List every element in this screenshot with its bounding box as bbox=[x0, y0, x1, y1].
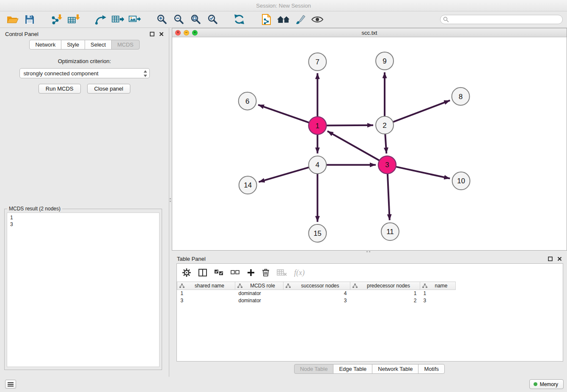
svg-text:1: 1 bbox=[316, 122, 319, 130]
apply-style-button[interactable] bbox=[292, 13, 309, 27]
tab-network[interactable]: Network bbox=[29, 40, 61, 50]
svg-text:11: 11 bbox=[386, 228, 394, 236]
tab-node-table[interactable]: Node Table bbox=[294, 364, 334, 374]
table-cell[interactable]: 4 bbox=[284, 290, 350, 297]
refresh-network-button[interactable] bbox=[231, 13, 248, 27]
tab-edge-table[interactable]: Edge Table bbox=[333, 364, 372, 374]
edge-3-10[interactable] bbox=[387, 165, 450, 178]
run-mcds-button[interactable]: Run MCDS bbox=[39, 84, 81, 94]
node-14[interactable]: 14 bbox=[239, 176, 257, 194]
tab-mcds[interactable]: MCDS bbox=[111, 40, 139, 50]
mcds-result-list[interactable]: 13 bbox=[7, 213, 160, 367]
import-table-button[interactable] bbox=[65, 13, 82, 27]
table-panel-header: Table Panel bbox=[172, 253, 567, 265]
float-table-panel-icon[interactable] bbox=[548, 257, 553, 261]
table-cell[interactable]: 2 bbox=[350, 297, 420, 304]
open-file-button[interactable] bbox=[4, 13, 21, 27]
zoom-fit-button[interactable] bbox=[187, 13, 204, 27]
node-10[interactable]: 10 bbox=[452, 172, 470, 190]
table-row[interactable]: 3dominator323 bbox=[177, 297, 456, 304]
table-cell[interactable]: 1 bbox=[350, 290, 420, 297]
table-cell[interactable]: dominator bbox=[235, 290, 284, 297]
node-1[interactable]: 1 bbox=[308, 117, 326, 135]
svg-text:4: 4 bbox=[316, 161, 319, 169]
memory-status-dot bbox=[534, 382, 537, 386]
node-7[interactable]: 7 bbox=[308, 53, 326, 71]
export-table-button[interactable] bbox=[109, 13, 126, 27]
table-settings-button[interactable] bbox=[182, 268, 191, 277]
export-image-button[interactable] bbox=[126, 13, 143, 27]
zoom-in-button[interactable] bbox=[153, 13, 170, 27]
automation-panel-button[interactable] bbox=[5, 380, 16, 389]
select-all-button[interactable] bbox=[214, 269, 223, 276]
open-session-page-button[interactable] bbox=[258, 13, 275, 27]
deselect-all-button[interactable] bbox=[231, 269, 240, 276]
home-network-button[interactable] bbox=[275, 13, 292, 27]
node-4[interactable]: 4 bbox=[308, 156, 326, 174]
home-icon bbox=[276, 14, 291, 25]
edge-3-1[interactable] bbox=[328, 131, 387, 165]
memory-label: Memory bbox=[540, 381, 558, 387]
svg-text:15: 15 bbox=[314, 229, 322, 237]
edge-1-6[interactable] bbox=[258, 105, 317, 126]
add-column-button[interactable] bbox=[247, 269, 255, 276]
node-8[interactable]: 8 bbox=[452, 88, 470, 105]
column-tree-icon bbox=[422, 284, 427, 290]
delete-table-button[interactable] bbox=[277, 269, 287, 276]
column-header-name[interactable]: name bbox=[420, 282, 456, 290]
memory-button[interactable]: Memory bbox=[529, 379, 564, 389]
maximize-window-button[interactable]: + bbox=[192, 30, 198, 36]
node-2[interactable]: 2 bbox=[376, 116, 394, 134]
open-folder-icon bbox=[7, 14, 19, 25]
save-session-button[interactable] bbox=[21, 13, 38, 27]
tab-style[interactable]: Style bbox=[61, 40, 85, 50]
node-3[interactable]: 3 bbox=[378, 156, 396, 174]
table-cell[interactable]: 3 bbox=[284, 297, 350, 304]
table-cell[interactable]: 3 bbox=[420, 297, 456, 304]
close-panel-icon[interactable] bbox=[159, 32, 164, 36]
column-header-successor-nodes[interactable]: successor nodes bbox=[284, 282, 350, 290]
search-input[interactable] bbox=[440, 15, 563, 24]
node-6[interactable]: 6 bbox=[239, 92, 256, 110]
close-table-panel-icon[interactable] bbox=[557, 257, 562, 261]
network-canvas[interactable]: 1234678910111415 bbox=[172, 37, 567, 250]
export-network-button[interactable] bbox=[92, 13, 109, 27]
minimize-window-button[interactable]: − bbox=[184, 30, 189, 36]
table-row[interactable]: 1dominator411 bbox=[177, 290, 456, 297]
node-11[interactable]: 11 bbox=[381, 223, 399, 240]
float-panel-icon[interactable] bbox=[150, 32, 154, 36]
zoom-out-button[interactable] bbox=[170, 13, 187, 27]
tab-network-table[interactable]: Network Table bbox=[372, 364, 418, 374]
show-hide-button[interactable] bbox=[309, 13, 326, 27]
table-cell[interactable]: 1 bbox=[420, 290, 456, 297]
trash-icon bbox=[262, 268, 270, 277]
import-network-icon bbox=[50, 14, 63, 25]
close-window-button[interactable]: × bbox=[175, 30, 181, 36]
gear-icon bbox=[182, 268, 191, 277]
network-window-titlebar[interactable]: × − + scc.txt bbox=[172, 28, 567, 37]
table-cell[interactable]: 3 bbox=[177, 297, 235, 304]
table-cell[interactable]: dominator bbox=[235, 297, 284, 304]
svg-text:6: 6 bbox=[245, 97, 249, 105]
import-network-button[interactable] bbox=[48, 13, 65, 27]
apply-function-button[interactable]: f(x) bbox=[294, 268, 305, 277]
close-panel-button[interactable]: Close panel bbox=[87, 84, 131, 94]
table-cell[interactable]: 1 bbox=[177, 290, 235, 297]
delete-column-button[interactable] bbox=[262, 268, 270, 277]
column-header-predecessor-nodes[interactable]: predecessor nodes bbox=[350, 282, 420, 290]
edge-2-8[interactable] bbox=[385, 100, 450, 125]
criterion-value: strongly connected component bbox=[24, 70, 99, 77]
column-header-mcds-role[interactable]: MCDS role bbox=[235, 282, 284, 290]
node-table-header-row: shared nameMCDS rolesuccessor nodesprede… bbox=[177, 282, 456, 290]
tab-select[interactable]: Select bbox=[85, 40, 112, 50]
node-table: shared nameMCDS rolesuccessor nodesprede… bbox=[177, 282, 456, 304]
zoom-fit-icon bbox=[190, 14, 201, 25]
tab-motifs[interactable]: Motifs bbox=[418, 364, 445, 374]
node-9[interactable]: 9 bbox=[376, 52, 394, 70]
network-window-title: scc.txt bbox=[362, 30, 377, 36]
column-header-shared-name[interactable]: shared name bbox=[177, 282, 235, 290]
node-15[interactable]: 15 bbox=[308, 224, 326, 242]
column-layout-button[interactable] bbox=[198, 269, 207, 276]
criterion-dropdown[interactable]: strongly connected component bbox=[19, 68, 150, 78]
zoom-selected-button[interactable] bbox=[204, 13, 221, 27]
